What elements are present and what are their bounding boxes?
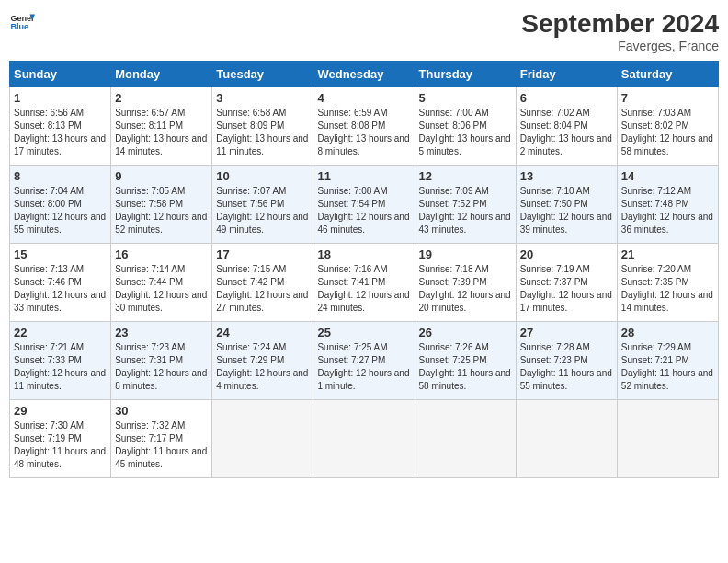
cell-info: Sunrise: 6:58 AMSunset: 8:09 PMDaylight:… [216,107,309,158]
calendar-cell: 5Sunrise: 7:00 AMSunset: 8:06 PMDaylight… [415,87,516,166]
day-number: 21 [621,247,714,261]
cell-info: Sunrise: 7:25 AMSunset: 7:27 PMDaylight:… [317,341,410,393]
calendar-cell: 15Sunrise: 7:13 AMSunset: 7:46 PMDayligh… [10,244,111,322]
location: Faverges, France [521,39,719,53]
calendar-cell: 19Sunrise: 7:18 AMSunset: 7:39 PMDayligh… [415,244,516,322]
header-day-sunday: Sunday [10,62,111,87]
calendar-week-2: 8Sunrise: 7:04 AMSunset: 8:00 PMDaylight… [10,166,719,244]
header-row: SundayMondayTuesdayWednesdayThursdayFrid… [10,62,719,87]
cell-info: Sunrise: 7:07 AMSunset: 7:56 PMDaylight:… [216,185,309,236]
calendar-week-1: 1Sunrise: 6:56 AMSunset: 8:13 PMDaylight… [10,87,719,166]
day-number: 18 [317,247,410,261]
calendar-cell: 16Sunrise: 7:14 AMSunset: 7:44 PMDayligh… [111,244,212,322]
calendar-cell: 4Sunrise: 6:59 AMSunset: 8:08 PMDaylight… [313,87,415,166]
day-number: 27 [520,326,613,339]
calendar-cell: 23Sunrise: 7:23 AMSunset: 7:31 PMDayligh… [111,322,212,400]
day-number: 10 [216,169,309,183]
header-day-tuesday: Tuesday [212,62,313,87]
calendar-cell: 26Sunrise: 7:26 AMSunset: 7:25 PMDayligh… [415,322,516,400]
day-number: 15 [14,247,107,261]
calendar-cell: 3Sunrise: 6:58 AMSunset: 8:09 PMDaylight… [212,87,313,166]
day-number: 16 [115,247,208,261]
calendar-cell: 9Sunrise: 7:05 AMSunset: 7:58 PMDaylight… [111,166,212,244]
month-title: September 2024 [521,9,719,39]
day-number: 19 [419,247,512,261]
logo-icon: General Blue [9,9,35,35]
calendar-cell: 24Sunrise: 7:24 AMSunset: 7:29 PMDayligh… [212,322,313,400]
calendar-cell [212,400,313,478]
calendar-cell: 28Sunrise: 7:29 AMSunset: 7:21 PMDayligh… [617,322,718,400]
calendar-cell: 20Sunrise: 7:19 AMSunset: 7:37 PMDayligh… [516,244,617,322]
cell-info: Sunrise: 7:10 AMSunset: 7:50 PMDaylight:… [520,185,613,236]
cell-info: Sunrise: 7:29 AMSunset: 7:21 PMDaylight:… [621,341,714,393]
header-day-saturday: Saturday [617,62,718,87]
day-number: 7 [621,91,714,105]
cell-info: Sunrise: 7:13 AMSunset: 7:46 PMDaylight:… [14,263,107,315]
page-header: General Blue September 2024 Faverges, Fr… [9,9,719,53]
cell-info: Sunrise: 7:30 AMSunset: 7:19 PMDaylight:… [14,419,107,471]
day-number: 24 [216,326,309,339]
cell-info: Sunrise: 7:23 AMSunset: 7:31 PMDaylight:… [115,341,208,393]
calendar-cell: 29Sunrise: 7:30 AMSunset: 7:19 PMDayligh… [10,400,111,478]
day-number: 30 [115,404,208,418]
cell-info: Sunrise: 7:26 AMSunset: 7:25 PMDaylight:… [419,341,512,393]
day-number: 8 [14,169,107,183]
cell-info: Sunrise: 7:04 AMSunset: 8:00 PMDaylight:… [14,185,107,236]
day-number: 6 [520,91,613,105]
calendar-cell: 14Sunrise: 7:12 AMSunset: 7:48 PMDayligh… [617,166,718,244]
calendar-cell: 30Sunrise: 7:32 AMSunset: 7:17 PMDayligh… [111,400,212,478]
cell-info: Sunrise: 7:19 AMSunset: 7:37 PMDaylight:… [520,263,613,315]
calendar-cell: 2Sunrise: 6:57 AMSunset: 8:11 PMDaylight… [111,87,212,166]
cell-info: Sunrise: 6:56 AMSunset: 8:13 PMDaylight:… [14,107,107,158]
day-number: 14 [621,169,714,183]
header-day-thursday: Thursday [415,62,516,87]
logo: General Blue [9,9,35,35]
header-day-friday: Friday [516,62,617,87]
calendar-cell: 6Sunrise: 7:02 AMSunset: 8:04 PMDaylight… [516,87,617,166]
calendar-cell [516,400,617,478]
day-number: 29 [14,404,107,418]
calendar-cell: 17Sunrise: 7:15 AMSunset: 7:42 PMDayligh… [212,244,313,322]
calendar-cell: 11Sunrise: 7:08 AMSunset: 7:54 PMDayligh… [313,166,415,244]
calendar-cell: 13Sunrise: 7:10 AMSunset: 7:50 PMDayligh… [516,166,617,244]
day-number: 4 [317,91,410,105]
calendar-cell [617,400,718,478]
day-number: 26 [419,326,512,339]
day-number: 17 [216,247,309,261]
cell-info: Sunrise: 7:09 AMSunset: 7:52 PMDaylight:… [419,185,512,236]
cell-info: Sunrise: 7:21 AMSunset: 7:33 PMDaylight:… [14,341,107,393]
cell-info: Sunrise: 7:05 AMSunset: 7:58 PMDaylight:… [115,185,208,236]
cell-info: Sunrise: 7:18 AMSunset: 7:39 PMDaylight:… [419,263,512,315]
cell-info: Sunrise: 7:28 AMSunset: 7:23 PMDaylight:… [520,341,613,393]
cell-info: Sunrise: 7:24 AMSunset: 7:29 PMDaylight:… [216,341,309,393]
calendar-week-3: 15Sunrise: 7:13 AMSunset: 7:46 PMDayligh… [10,244,719,322]
cell-info: Sunrise: 7:14 AMSunset: 7:44 PMDaylight:… [115,263,208,315]
day-number: 28 [621,326,714,339]
day-number: 20 [520,247,613,261]
day-number: 1 [14,91,107,105]
calendar-cell: 10Sunrise: 7:07 AMSunset: 7:56 PMDayligh… [212,166,313,244]
cell-info: Sunrise: 7:08 AMSunset: 7:54 PMDaylight:… [317,185,410,236]
cell-info: Sunrise: 7:03 AMSunset: 8:02 PMDaylight:… [621,107,714,158]
calendar-cell: 25Sunrise: 7:25 AMSunset: 7:27 PMDayligh… [313,322,415,400]
day-number: 2 [115,91,208,105]
svg-text:Blue: Blue [10,22,28,31]
cell-info: Sunrise: 6:57 AMSunset: 8:11 PMDaylight:… [115,107,208,158]
cell-info: Sunrise: 7:00 AMSunset: 8:06 PMDaylight:… [419,107,512,158]
day-number: 22 [14,326,107,339]
cell-info: Sunrise: 7:12 AMSunset: 7:48 PMDaylight:… [621,185,714,236]
calendar-cell: 12Sunrise: 7:09 AMSunset: 7:52 PMDayligh… [415,166,516,244]
day-number: 23 [115,326,208,339]
calendar-cell: 27Sunrise: 7:28 AMSunset: 7:23 PMDayligh… [516,322,617,400]
cell-info: Sunrise: 7:15 AMSunset: 7:42 PMDaylight:… [216,263,309,315]
calendar-cell: 21Sunrise: 7:20 AMSunset: 7:35 PMDayligh… [617,244,718,322]
calendar-cell: 1Sunrise: 6:56 AMSunset: 8:13 PMDaylight… [10,87,111,166]
calendar-cell: 18Sunrise: 7:16 AMSunset: 7:41 PMDayligh… [313,244,415,322]
header-day-monday: Monday [111,62,212,87]
cell-info: Sunrise: 6:59 AMSunset: 8:08 PMDaylight:… [317,107,410,158]
day-number: 5 [419,91,512,105]
calendar-cell: 8Sunrise: 7:04 AMSunset: 8:00 PMDaylight… [10,166,111,244]
cell-info: Sunrise: 7:32 AMSunset: 7:17 PMDaylight:… [115,419,208,471]
calendar-cell [313,400,415,478]
calendar-table: SundayMondayTuesdayWednesdayThursdayFrid… [9,61,719,478]
